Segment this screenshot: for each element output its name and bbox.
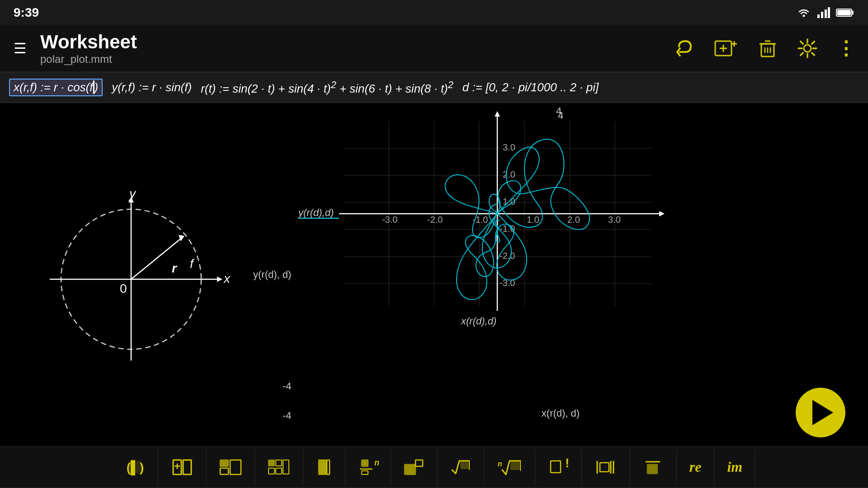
svg-rect-89 <box>551 461 561 473</box>
svg-text:r: r <box>172 261 178 275</box>
menu-icon[interactable]: ☰ <box>14 40 27 57</box>
svg-rect-7 <box>837 10 851 15</box>
app-title: Worksheet <box>40 31 660 53</box>
re-label: re <box>689 459 702 475</box>
status-icons <box>797 7 854 18</box>
svg-rect-83 <box>415 460 423 466</box>
y-function-label: y(r(d), d) <box>253 269 291 281</box>
svg-rect-69 <box>220 468 228 474</box>
re-key[interactable]: re <box>677 449 715 485</box>
svg-rect-4 <box>828 7 830 18</box>
svg-text:y: y <box>128 187 137 201</box>
abs-key[interactable] <box>582 449 630 485</box>
svg-rect-96 <box>647 465 657 474</box>
fraction-key[interactable]: n <box>345 449 391 485</box>
svg-rect-3 <box>825 9 827 18</box>
factorial-key[interactable]: ! <box>535 449 582 485</box>
toolbar-icons: ⋮ <box>674 38 854 59</box>
svg-rect-68 <box>220 460 228 466</box>
svg-rect-78 <box>362 460 368 466</box>
svg-rect-70 <box>230 460 241 474</box>
svg-rect-67 <box>183 460 191 474</box>
im-key[interactable]: im <box>714 449 755 485</box>
x-axis-function-label: x(r(d), d) <box>542 408 580 419</box>
svg-marker-47 <box>495 111 500 117</box>
math-keyboard: (▌) + <box>0 446 868 487</box>
svg-text:-2.0: -2.0 <box>427 215 443 225</box>
status-bar: 9:39 <box>0 0 868 25</box>
more-button[interactable]: ⋮ <box>836 39 854 58</box>
svg-point-19 <box>804 45 811 52</box>
svg-rect-85 <box>460 462 468 469</box>
settings-button[interactable] <box>797 38 818 59</box>
vector-key[interactable] <box>303 449 345 485</box>
svg-text:f: f <box>190 257 195 271</box>
im-label: im <box>727 459 742 475</box>
formula-r-def[interactable]: r(t) := sin(2 · t) + sin(4 · t)2 + sin(6… <box>201 79 453 96</box>
svg-text:(▌): (▌) <box>127 460 144 476</box>
status-time: 9:39 <box>14 5 39 20</box>
nth-root-key[interactable]: n <box>484 449 535 485</box>
y-bottom-label: -4 <box>283 380 292 392</box>
left-panel: r f x y 0 <box>0 103 253 446</box>
svg-text:x: x <box>223 272 231 286</box>
svg-text:0: 0 <box>120 282 127 296</box>
sqrt-key[interactable] <box>438 449 484 485</box>
svg-rect-88 <box>510 462 519 470</box>
formula-y-def[interactable]: y(r,f) := r · sin(f) <box>112 80 192 94</box>
row-vector-key[interactable] <box>207 449 255 485</box>
svg-rect-82 <box>405 465 415 474</box>
title-area: Worksheet polar_plot.mmt <box>40 31 660 66</box>
svg-marker-45 <box>659 211 665 216</box>
y-top-label: 4 <box>556 105 561 117</box>
svg-rect-2 <box>821 12 823 18</box>
svg-text:+: + <box>174 460 180 472</box>
svg-text:1.0: 1.0 <box>527 215 539 225</box>
wifi-icon <box>797 7 811 18</box>
formula-x-def[interactable]: x(r,f) := r · cos(f) <box>9 79 103 96</box>
bracket-key[interactable]: (▌) <box>113 449 158 485</box>
svg-rect-1 <box>817 14 820 18</box>
signal-icon <box>817 7 830 18</box>
battery-icon <box>836 8 854 18</box>
svg-text:2.0: 2.0 <box>567 215 580 225</box>
svg-rect-6 <box>852 11 854 14</box>
x-left-label: -4 <box>283 410 292 422</box>
svg-text:!: ! <box>565 456 569 470</box>
svg-rect-72 <box>276 460 282 466</box>
formula-bar: x(r,f) := r · cos(f) y(r,f) := r · sin(f… <box>0 72 868 103</box>
svg-text:3.0: 3.0 <box>608 215 621 225</box>
file-name: polar_plot.mmt <box>40 53 660 66</box>
matrix-key[interactable] <box>255 449 303 485</box>
top-bar: ☰ Worksheet polar_plot.mmt <box>0 25 868 72</box>
svg-text:2.0: 2.0 <box>503 169 515 179</box>
svg-rect-71 <box>269 460 274 466</box>
svg-rect-75 <box>283 460 289 474</box>
svg-text:n: n <box>498 460 502 468</box>
right-panel: 4 x(r(d), d) y(r(d), d) <box>253 103 868 446</box>
overline-key[interactable] <box>630 449 677 485</box>
main-content: r f x y 0 4 x(r(d), d) y(r(d), d) <box>0 103 868 446</box>
svg-text:x(r(d),d): x(r(d),d) <box>461 315 496 327</box>
col-vector-key[interactable]: + <box>158 449 207 485</box>
cartesian-plot: 3.0 2.0 1.0 -1.0 -2.0 -3.0 -3.0 -2.0 -1.… <box>289 108 660 320</box>
svg-point-0 <box>803 14 805 17</box>
svg-rect-73 <box>269 468 274 474</box>
svg-text:y(r(d),d): y(r(d),d) <box>297 207 334 218</box>
delete-button[interactable] <box>757 38 778 59</box>
svg-text:-3.0: -3.0 <box>382 215 397 225</box>
play-button[interactable] <box>796 388 845 437</box>
svg-text:3.0: 3.0 <box>503 142 515 152</box>
svg-rect-77 <box>327 460 330 474</box>
svg-text:n: n <box>374 458 379 467</box>
undo-button[interactable] <box>674 38 695 59</box>
svg-rect-76 <box>319 460 326 474</box>
svg-rect-74 <box>276 468 282 474</box>
superscript-key[interactable] <box>391 449 438 485</box>
formula-d-def[interactable]: d := [0, 2 · pi/1000 .. 2 · pi] <box>462 80 599 94</box>
polar-diagram: r f x y 0 <box>32 189 222 361</box>
add-formula-button[interactable] <box>713 38 739 59</box>
svg-rect-80 <box>362 471 368 474</box>
svg-marker-22 <box>217 277 222 282</box>
svg-rect-92 <box>600 463 609 472</box>
